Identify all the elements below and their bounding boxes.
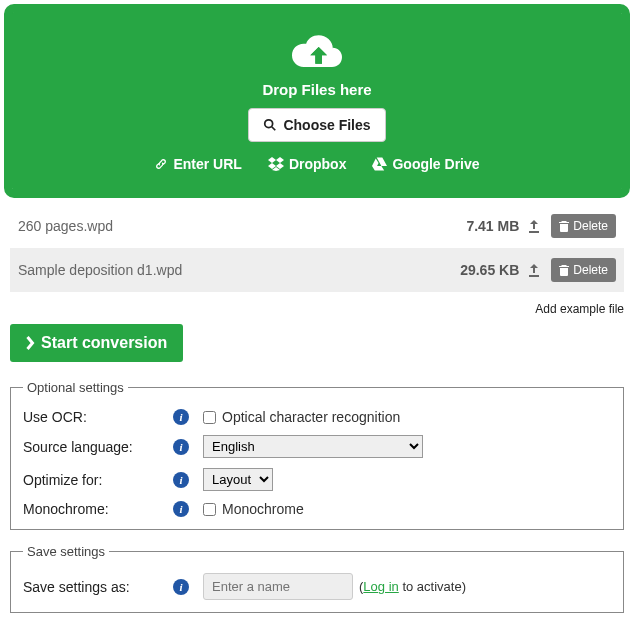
setting-label: Optimize for: <box>23 472 173 488</box>
info-icon[interactable]: i <box>173 472 189 488</box>
drop-text: Drop Files here <box>22 81 612 98</box>
choose-files-button[interactable]: Choose Files <box>248 108 385 142</box>
info-icon[interactable]: i <box>173 439 189 455</box>
setting-label: Monochrome: <box>23 501 173 517</box>
monochrome-checkbox[interactable] <box>203 503 216 516</box>
setting-row-optimize: Optimize for: i Layout <box>23 468 611 491</box>
monochrome-checkbox-label: Monochrome <box>222 501 304 517</box>
save-settings-legend: Save settings <box>23 544 109 559</box>
file-size: 29.65 KB <box>460 262 519 278</box>
search-icon <box>263 118 277 132</box>
add-example-file-link[interactable]: Add example file <box>10 302 624 316</box>
save-settings-fieldset: Save settings Save settings as: i (Log i… <box>10 544 624 613</box>
dropzone[interactable]: Drop Files here Choose Files Enter URL D… <box>10 10 624 192</box>
setting-label: Use OCR: <box>23 409 173 425</box>
info-icon[interactable]: i <box>173 579 189 595</box>
file-row: 260 pages.wpd 7.41 MB Delete <box>10 204 624 248</box>
setting-label: Save settings as: <box>23 579 173 595</box>
setting-row-save: Save settings as: i (Log in to activate) <box>23 573 611 600</box>
setting-label: Source language: <box>23 439 173 455</box>
ocr-checkbox[interactable] <box>203 411 216 424</box>
info-icon[interactable]: i <box>173 501 189 517</box>
trash-icon <box>559 221 569 232</box>
file-name: 260 pages.wpd <box>18 218 218 234</box>
chevron-right-icon <box>26 336 35 350</box>
setting-row-language: Source language: i English <box>23 435 611 458</box>
setting-row-monochrome: Monochrome: i Monochrome <box>23 501 611 517</box>
enter-url-link[interactable]: Enter URL <box>154 156 241 172</box>
cloud-upload-icon <box>290 32 344 72</box>
delete-button[interactable]: Delete <box>551 258 616 282</box>
upload-icon <box>527 219 541 233</box>
source-row: Enter URL Dropbox Google Drive <box>22 156 612 172</box>
upload-icon <box>527 263 541 277</box>
google-drive-link[interactable]: Google Drive <box>372 156 479 172</box>
svg-point-0 <box>265 120 273 128</box>
dropbox-link[interactable]: Dropbox <box>268 156 347 172</box>
ocr-checkbox-label: Optical character recognition <box>222 409 400 425</box>
source-language-select[interactable]: English <box>203 435 423 458</box>
file-name: Sample deposition d1.wpd <box>18 262 218 278</box>
setting-row-ocr: Use OCR: i Optical character recognition <box>23 409 611 425</box>
save-name-input[interactable] <box>203 573 353 600</box>
info-icon[interactable]: i <box>173 409 189 425</box>
file-row: Sample deposition d1.wpd 29.65 KB Delete <box>10 248 624 292</box>
file-size: 7.41 MB <box>466 218 519 234</box>
start-conversion-button[interactable]: Start conversion <box>10 324 183 362</box>
svg-line-1 <box>272 127 276 131</box>
trash-icon <box>559 265 569 276</box>
file-list: 260 pages.wpd 7.41 MB Delete Sample depo… <box>10 204 624 292</box>
delete-button[interactable]: Delete <box>551 214 616 238</box>
google-drive-icon <box>372 157 387 171</box>
link-icon <box>154 157 168 171</box>
optional-settings-fieldset: Optional settings Use OCR: i Optical cha… <box>10 380 624 530</box>
save-hint: (Log in to activate) <box>359 579 466 594</box>
choose-files-label: Choose Files <box>283 117 370 133</box>
login-link[interactable]: Log in <box>363 579 398 594</box>
dropbox-icon <box>268 157 284 171</box>
optional-settings-legend: Optional settings <box>23 380 128 395</box>
optimize-for-select[interactable]: Layout <box>203 468 273 491</box>
